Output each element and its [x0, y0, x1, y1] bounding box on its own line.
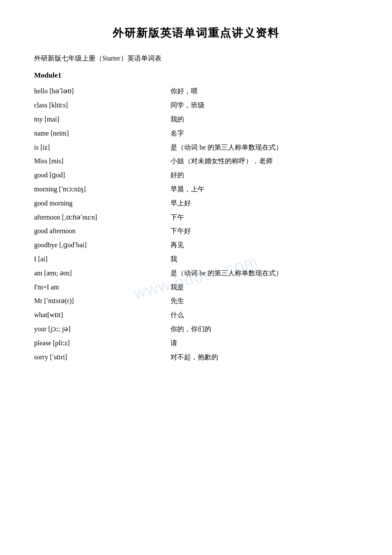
word-row: name [neim]名字 [34, 127, 358, 141]
word-row: goodbye [ˌɡodˈbai]再见 [34, 238, 358, 252]
word-row: my [mai]我的 [34, 113, 358, 127]
word-row: please [pliːz]请 [34, 336, 358, 350]
module-label: Module1 [34, 69, 358, 82]
word-chinese: 下午 [170, 211, 184, 225]
word-row: class [klɑːs]同学，班级 [34, 98, 358, 113]
word-row: I'm=I am我是 [34, 280, 358, 295]
word-chinese: 对不起，抱歉的 [170, 350, 218, 364]
word-chinese: 是（动词 be 的第三人称单数现在式） [170, 266, 282, 280]
word-english: class [klɑːs] [34, 98, 170, 113]
word-chinese: 我的 [170, 113, 184, 127]
word-english: name [neim] [34, 127, 170, 141]
word-english: hello [həˈləʊ] [34, 84, 170, 98]
word-chinese: 下午好 [170, 224, 191, 238]
word-english: goodbye [ˌɡodˈbai] [34, 238, 170, 252]
word-list: hello [həˈləʊ]你好，喂class [klɑːs]同学，班级my [… [34, 84, 358, 364]
word-row: what[wɒt]什么 [34, 308, 358, 322]
word-chinese: 先生 [170, 294, 184, 308]
word-row: good afternoon下午好 [34, 224, 358, 238]
word-row: morning [ˈmɔːnɪŋ]早晨，上午 [34, 182, 358, 197]
word-english: is [iz] [34, 141, 170, 155]
word-english: good morning [34, 197, 170, 211]
word-chinese: 早晨，上午 [170, 182, 205, 197]
word-chinese: 早上好 [170, 197, 191, 211]
word-english: Miss [mis] [34, 154, 170, 168]
word-chinese: 小姐（对未婚女性的称呼），老师 [170, 154, 273, 168]
word-row: I [ai]我 [34, 252, 358, 266]
word-chinese: 我 [170, 252, 177, 266]
word-chinese: 我是 [170, 280, 184, 295]
word-row: Mr [ˈmɪstə(r)]先生 [34, 294, 358, 308]
word-english: what[wɒt] [34, 308, 170, 322]
word-chinese: 再见 [170, 238, 184, 252]
word-row: afternoon [ˌɑːftəˈnuːn]下午 [34, 211, 358, 225]
word-chinese: 是（动词 be 的第三人称单数现在式） [170, 141, 282, 155]
word-english: my [mai] [34, 113, 170, 127]
word-chinese: 同学，班级 [170, 98, 205, 113]
word-english: good afternoon [34, 224, 170, 238]
word-english: Mr [ˈmɪstə(r)] [34, 294, 170, 308]
word-chinese: 什么 [170, 308, 184, 322]
word-row: Miss [mis]小姐（对未婚女性的称呼），老师 [34, 154, 358, 168]
subtitle: 外研新版七年级上册（Starter）英语单词表 [34, 52, 358, 65]
word-english: sorry [ˈsɒri] [34, 350, 170, 364]
word-chinese: 你的，你们的 [170, 322, 211, 336]
word-row: am [æm; əm]是（动词 be 的第三人称单数现在式） [34, 266, 358, 280]
word-english: your [jɔː; jə] [34, 322, 170, 336]
word-row: hello [həˈləʊ]你好，喂 [34, 84, 358, 98]
word-chinese: 名字 [170, 127, 184, 141]
word-english: I [ai] [34, 252, 170, 266]
page-title: 外研新版英语单词重点讲义资料 [34, 26, 358, 40]
word-chinese: 好的 [170, 168, 184, 182]
word-english: morning [ˈmɔːnɪŋ] [34, 182, 170, 197]
word-chinese: 请 [170, 336, 177, 350]
word-english: am [æm; əm] [34, 266, 170, 280]
word-english: afternoon [ˌɑːftəˈnuːn] [34, 211, 170, 225]
word-row: sorry [ˈsɒri]对不起，抱歉的 [34, 350, 358, 364]
word-row: is [iz]是（动词 be 的第三人称单数现在式） [34, 141, 358, 155]
word-english: I'm=I am [34, 280, 170, 295]
word-english: please [pliːz] [34, 336, 170, 350]
word-row: your [jɔː; jə]你的，你们的 [34, 322, 358, 336]
word-chinese: 你好，喂 [170, 84, 198, 98]
word-english: good [ɡod] [34, 168, 170, 182]
word-row: good morning早上好 [34, 197, 358, 211]
word-row: good [ɡod]好的 [34, 168, 358, 182]
